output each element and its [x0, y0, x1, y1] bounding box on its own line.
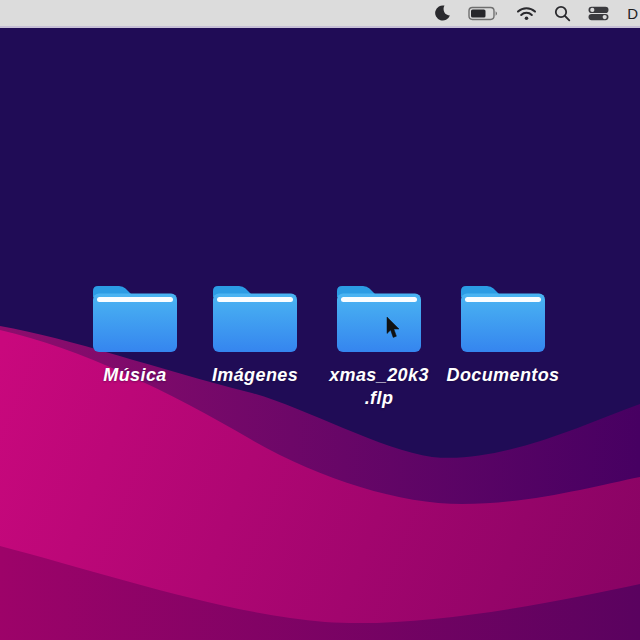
wifi-icon[interactable]: [516, 0, 537, 26]
folder-xmas-20k3-flp[interactable]: xmas_20k3 .flp: [317, 285, 441, 410]
moon-icon[interactable]: [433, 0, 451, 26]
folder-label: Imágenes: [212, 364, 298, 387]
menu-bar: D: [0, 0, 640, 28]
mouse-cursor-icon: [386, 317, 400, 339]
folder-documentos[interactable]: Documentos: [441, 285, 565, 387]
folder-label: Documentos: [446, 364, 559, 387]
battery-icon[interactable]: [468, 0, 499, 26]
folder-icon: [93, 285, 177, 352]
folder-icon: [213, 285, 297, 352]
folder-icon: [461, 285, 545, 352]
folder-musica[interactable]: Música: [73, 285, 197, 387]
control-center-icon[interactable]: [588, 0, 609, 26]
folder-imagenes[interactable]: Imágenes: [193, 285, 317, 387]
desktop-surface[interactable]: Música Imágenes xmas_20k3 .flp: [0, 30, 640, 640]
folder-icon: [337, 285, 421, 352]
folder-label: xmas_20k3 .flp: [329, 364, 429, 410]
folder-label: Música: [103, 364, 166, 387]
menubar-clock-partial[interactable]: D: [626, 5, 638, 22]
desktop-icon-row: Música Imágenes xmas_20k3 .flp: [0, 285, 640, 415]
search-icon[interactable]: [554, 0, 571, 26]
